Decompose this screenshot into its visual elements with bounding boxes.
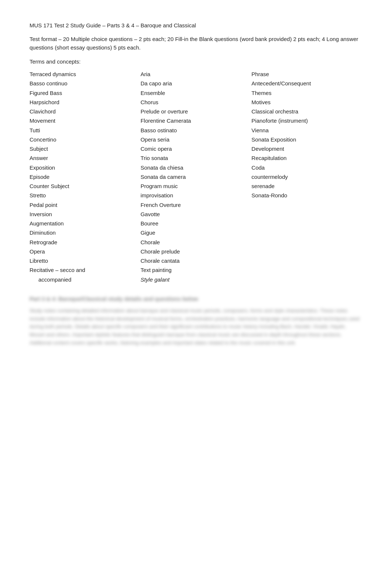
term-item: Stretto — [30, 191, 141, 200]
term-item: Diminution — [30, 228, 141, 237]
term-item: Basso ostinato — [141, 126, 252, 135]
term-item: Chorale cantata — [141, 256, 252, 265]
term-item: Comic opera — [141, 144, 252, 153]
term-item: French Overture — [141, 201, 252, 209]
term-item: Sonata Exposition — [251, 135, 362, 144]
term-item: Program music — [141, 182, 252, 190]
term-item: Chorale — [141, 238, 252, 246]
term-item: Terraced dynamics — [30, 70, 141, 78]
term-item: Style galant — [141, 275, 252, 284]
term-item: Antecedent/Consequent — [251, 79, 362, 88]
term-item: Sonata da camera — [141, 173, 252, 181]
term-item: Phrase — [251, 70, 362, 78]
term-item: Motives — [251, 98, 362, 106]
term-item: Themes — [251, 89, 362, 97]
term-item: Florentine Camerata — [141, 116, 252, 125]
term-item: Pedal point — [30, 201, 141, 209]
term-item: Trio sonata — [141, 154, 252, 162]
term-item: Movement — [30, 116, 141, 125]
term-item: Inversion — [30, 210, 141, 218]
term-item: Augmentation — [30, 219, 141, 228]
page-title: MUS 171 Test 2 Study Guide – Parts 3 & 4… — [30, 22, 362, 28]
test-format-text: Test format – 20 Multiple choice questio… — [30, 35, 362, 52]
term-item: improvisation — [141, 191, 252, 200]
terms-col-1: Terraced dynamicsBasso continuoFigured B… — [30, 70, 141, 284]
term-item: Retrograde — [30, 238, 141, 246]
term-item: Coda — [251, 163, 362, 172]
term-item: serenade — [251, 182, 362, 190]
term-item: Vienna — [251, 126, 362, 135]
term-item: Prelude or overture — [141, 107, 252, 116]
term-item: Ensemble — [141, 89, 252, 97]
term-item: Subject — [30, 144, 141, 153]
term-item: Chorus — [141, 98, 252, 106]
term-item: Libretto — [30, 256, 141, 265]
term-item: Concertino — [30, 135, 141, 144]
term-item: Clavichord — [30, 107, 141, 116]
term-item: Basso continuo — [30, 79, 141, 88]
term-item: Tutti — [30, 126, 141, 135]
term-item: Classical orchestra — [251, 107, 362, 116]
term-item: Episode — [30, 173, 141, 181]
term-item: Harpsichord — [30, 98, 141, 106]
term-item: Figured Bass — [30, 89, 141, 97]
term-item: Exposition — [30, 163, 141, 172]
blurred-title: Part 3 & 4: Baroque/Classical study deta… — [30, 295, 362, 303]
term-item: Pianoforte (instrument) — [251, 116, 362, 125]
term-item: Aria — [141, 70, 252, 78]
terms-col-3: PhraseAntecedent/ConsequentThemesMotives… — [251, 70, 362, 284]
term-item: accompanied — [30, 275, 141, 284]
term-item: countermelody — [251, 173, 362, 181]
blurred-section: Part 3 & 4: Baroque/Classical study deta… — [30, 295, 362, 347]
term-item: Answer — [30, 154, 141, 162]
blurred-body: Study notes containing detailed informat… — [30, 307, 362, 347]
term-item: Recapitulation — [251, 154, 362, 162]
term-item: Development — [251, 144, 362, 153]
term-item: Counter Subject — [30, 182, 141, 190]
term-item: Chorale prelude — [141, 247, 252, 256]
term-item: Opera — [30, 247, 141, 256]
term-item: Da capo aria — [141, 79, 252, 88]
term-item: Sonata da chiesa — [141, 163, 252, 172]
term-item: Text painting — [141, 266, 252, 274]
terms-columns: Terraced dynamicsBasso continuoFigured B… — [30, 70, 362, 284]
term-item: Sonata-Rondo — [251, 191, 362, 200]
term-item: Opera seria — [141, 135, 252, 144]
terms-col-2: AriaDa capo ariaEnsembleChorusPrelude or… — [141, 70, 252, 284]
term-item: Gigue — [141, 228, 252, 237]
term-item: Gavotte — [141, 210, 252, 218]
term-item: Bouree — [141, 219, 252, 228]
terms-label: Terms and concepts: — [30, 58, 362, 65]
term-item: Recitative – secco and — [30, 266, 141, 274]
